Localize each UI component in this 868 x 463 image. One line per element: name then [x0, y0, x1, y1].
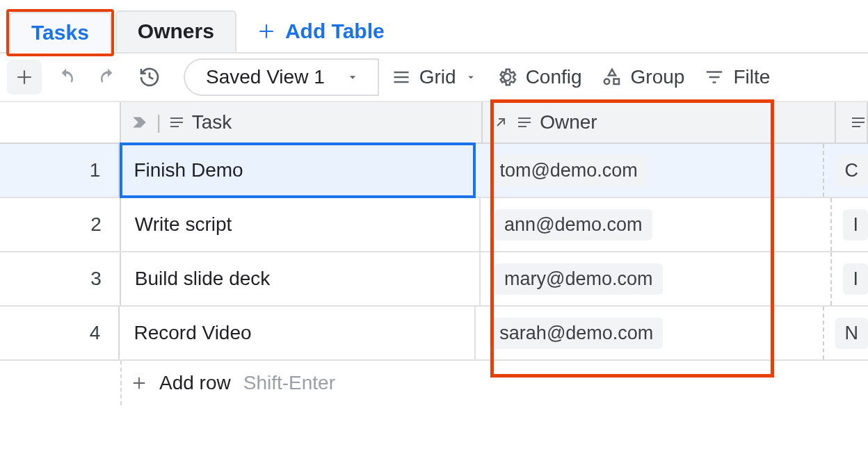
group-button[interactable]: Group — [596, 58, 692, 96]
owner-chip: sarah@demo.com — [490, 318, 663, 349]
cell-owner[interactable]: sarah@demo.com — [476, 307, 823, 359]
add-row-button[interactable]: Add row Shift-Enter — [0, 361, 868, 405]
cell-task-text: Write script — [135, 213, 232, 236]
row-number: 4 — [0, 307, 120, 359]
cell-extra[interactable]: I — [832, 198, 868, 251]
view-type-selector[interactable]: Grid — [386, 58, 484, 96]
filter-icon — [704, 67, 725, 88]
grid-lines-icon — [392, 67, 411, 87]
cell-extra[interactable]: C — [824, 144, 868, 197]
cell-task-text: Record Video — [134, 322, 251, 344]
saved-view-label: Saved View 1 — [206, 66, 325, 88]
filter-label: Filte — [733, 66, 770, 88]
header-owner-label: Owner — [540, 111, 597, 133]
grid-header: | Task Owner — [0, 102, 868, 144]
plus-icon — [257, 22, 275, 40]
view-type-label: Grid — [419, 66, 456, 88]
filter-button[interactable]: Filte — [698, 58, 777, 96]
text-icon — [168, 114, 185, 131]
cell-owner[interactable]: ann@demo.com — [481, 198, 832, 251]
config-button[interactable]: Config — [491, 58, 589, 96]
add-row-hint: Shift-Enter — [243, 372, 335, 394]
chevron-down-icon — [465, 71, 477, 83]
gear-icon — [497, 67, 517, 88]
owner-chip: tom@demo.com — [490, 155, 647, 186]
table-row[interactable]: 2 Write script ann@demo.com I — [0, 198, 868, 252]
header-rownum — [0, 102, 121, 143]
extra-chip: I — [843, 263, 868, 295]
tag-icon — [131, 113, 149, 131]
row-number: 3 — [0, 252, 121, 305]
plus-icon — [131, 375, 147, 391]
header-owner[interactable]: Owner — [483, 102, 836, 143]
shapes-icon — [602, 67, 622, 88]
cell-task-text: Finish Demo — [134, 159, 243, 181]
data-grid: | Task Owner 1 Finish Demo tom@demo.com … — [0, 102, 868, 405]
owner-chip: ann@demo.com — [495, 209, 652, 241]
arrow-up-right-icon — [492, 114, 509, 131]
extra-chip: C — [835, 155, 868, 186]
text-icon — [846, 114, 867, 131]
tab-owners[interactable]: Owners — [115, 10, 236, 52]
row-number: 2 — [0, 198, 121, 251]
table-row[interactable]: 3 Build slide deck mary@demo.com I — [0, 252, 868, 307]
config-label: Config — [526, 66, 582, 88]
text-icon — [516, 114, 533, 131]
cell-extra[interactable]: I — [832, 252, 868, 305]
chevron-down-icon — [346, 70, 360, 84]
add-table-label: Add Table — [285, 19, 385, 43]
table-tabs: Tasks Owners Add Table — [0, 0, 868, 54]
tab-tasks[interactable]: Tasks — [9, 12, 111, 54]
history-button[interactable] — [132, 60, 167, 95]
table-row[interactable]: 1 Finish Demo tom@demo.com C — [0, 144, 868, 198]
extra-chip: N — [835, 318, 869, 349]
cell-extra[interactable]: N — [824, 307, 869, 359]
header-extra[interactable] — [836, 102, 868, 143]
header-task-label: Task — [192, 111, 232, 133]
cell-owner[interactable]: tom@demo.com — [476, 144, 823, 197]
add-button[interactable] — [7, 60, 42, 95]
cell-task[interactable]: Build slide deck — [121, 252, 481, 305]
owner-chip: mary@demo.com — [495, 263, 662, 295]
add-table-button[interactable]: Add Table — [257, 10, 385, 52]
cell-task[interactable]: Record Video — [120, 307, 476, 359]
add-row-label: Add row — [159, 372, 231, 394]
saved-view-selector[interactable]: Saved View 1 — [184, 58, 379, 96]
cell-task-text: Build slide deck — [135, 268, 271, 290]
tab-owners-label: Owners — [138, 19, 214, 43]
undo-button[interactable] — [49, 60, 83, 95]
cell-task[interactable]: Finish Demo — [120, 143, 476, 198]
toolbar: Saved View 1 Grid Config Group Filte — [0, 54, 868, 102]
extra-chip: I — [843, 209, 868, 241]
tab-tasks-label: Tasks — [31, 21, 89, 44]
row-number: 1 — [0, 144, 120, 197]
redo-button[interactable] — [90, 60, 125, 95]
header-task[interactable]: | Task — [121, 102, 483, 143]
table-row[interactable]: 4 Record Video sarah@demo.com N — [0, 307, 868, 361]
cell-task[interactable]: Write script — [121, 198, 481, 251]
group-label: Group — [631, 66, 685, 88]
cell-owner[interactable]: mary@demo.com — [481, 252, 832, 305]
